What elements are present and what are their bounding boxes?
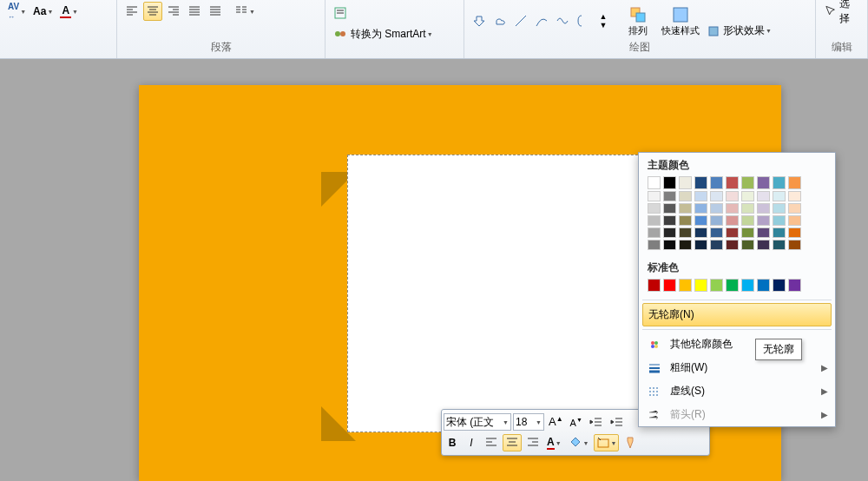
- mini-bold[interactable]: B: [444, 434, 461, 451]
- color-swatch[interactable]: [726, 215, 739, 226]
- color-swatch[interactable]: [648, 176, 661, 189]
- color-swatch[interactable]: [694, 227, 707, 238]
- color-swatch[interactable]: [710, 279, 723, 292]
- color-swatch[interactable]: [773, 240, 786, 250]
- color-swatch[interactable]: [741, 176, 754, 189]
- align-left-button[interactable]: [122, 2, 141, 21]
- justify-button[interactable]: [185, 2, 204, 21]
- mini-align-left[interactable]: [482, 434, 501, 451]
- distributed-button[interactable]: [206, 2, 225, 21]
- mini-align-center[interactable]: [503, 434, 522, 451]
- color-swatch[interactable]: [773, 191, 786, 201]
- color-swatch[interactable]: [663, 191, 676, 201]
- color-swatch[interactable]: [741, 240, 754, 250]
- shape-arrow-down-icon[interactable]: [470, 11, 489, 30]
- color-swatch[interactable]: [726, 279, 739, 292]
- align-right-button[interactable]: [164, 2, 183, 21]
- color-swatch[interactable]: [726, 191, 739, 201]
- color-swatch[interactable]: [648, 203, 661, 214]
- color-swatch[interactable]: [694, 191, 707, 201]
- color-swatch[interactable]: [726, 203, 739, 214]
- mini-align-right[interactable]: [523, 434, 542, 451]
- color-swatch[interactable]: [726, 240, 739, 250]
- color-swatch[interactable]: [741, 203, 754, 214]
- color-swatch[interactable]: [694, 240, 707, 250]
- color-swatch[interactable]: [741, 227, 754, 238]
- shape-effects-button[interactable]: 形状效果▼: [704, 22, 782, 41]
- font-color-button[interactable]: A▼: [57, 2, 81, 21]
- color-swatch[interactable]: [788, 279, 801, 292]
- color-swatch[interactable]: [710, 227, 723, 238]
- color-swatch[interactable]: [679, 176, 692, 189]
- mini-shrink-font[interactable]: A▼: [568, 413, 585, 431]
- color-swatch[interactable]: [788, 227, 801, 238]
- dashes-item[interactable]: 虚线(S)▶: [639, 379, 835, 403]
- color-swatch[interactable]: [726, 176, 739, 189]
- color-swatch[interactable]: [694, 215, 707, 226]
- quick-styles-button[interactable]: 快速样式: [659, 2, 702, 40]
- shape-fill-button[interactable]: [704, 2, 782, 21]
- color-swatch[interactable]: [741, 215, 754, 226]
- arrange-button[interactable]: 排列: [619, 2, 657, 40]
- color-swatch[interactable]: [648, 279, 661, 292]
- color-swatch[interactable]: [757, 203, 770, 214]
- color-swatch[interactable]: [726, 227, 739, 238]
- mini-shape-outline[interactable]: ▼: [594, 434, 620, 451]
- color-swatch[interactable]: [773, 227, 786, 238]
- weight-item[interactable]: 粗细(W)▶: [639, 356, 835, 379]
- color-swatch[interactable]: [679, 279, 692, 292]
- color-swatch[interactable]: [757, 215, 770, 226]
- shape-cloud-icon[interactable]: [490, 11, 510, 30]
- color-swatch[interactable]: [679, 203, 692, 214]
- color-swatch[interactable]: [679, 191, 692, 201]
- color-swatch[interactable]: [648, 215, 661, 226]
- color-swatch[interactable]: [710, 176, 723, 189]
- color-swatch[interactable]: [679, 227, 692, 238]
- shape-curve-icon[interactable]: [553, 11, 572, 30]
- more-outline-colors-item[interactable]: 其他轮廓颜色: [639, 333, 835, 356]
- shape-arc-icon[interactable]: [532, 11, 551, 30]
- mini-decrease-indent[interactable]: [587, 413, 606, 431]
- select-button[interactable]: 选择: [821, 2, 862, 21]
- mini-grow-font[interactable]: A▲: [546, 413, 566, 431]
- color-swatch[interactable]: [741, 191, 754, 201]
- color-swatch[interactable]: [648, 240, 661, 250]
- color-swatch[interactable]: [663, 227, 676, 238]
- shapes-gallery-more[interactable]: ▲▼: [595, 11, 612, 30]
- color-swatch[interactable]: [694, 279, 707, 292]
- color-swatch[interactable]: [694, 203, 707, 214]
- change-case-button[interactable]: Aa▼: [30, 2, 56, 21]
- shape-line-icon[interactable]: [511, 11, 530, 30]
- color-swatch[interactable]: [663, 279, 676, 292]
- color-swatch[interactable]: [663, 240, 676, 250]
- mini-increase-indent[interactable]: [608, 413, 627, 431]
- align-center-button[interactable]: [143, 2, 162, 21]
- color-swatch[interactable]: [757, 279, 770, 292]
- mini-font-color[interactable]: A▼: [544, 434, 564, 451]
- color-swatch[interactable]: [788, 176, 801, 189]
- no-outline-item[interactable]: 无轮廓(N): [642, 303, 832, 326]
- convert-smartart-button[interactable]: 转换为 SmartArt▼: [331, 24, 461, 43]
- color-swatch[interactable]: [710, 203, 723, 214]
- color-swatch[interactable]: [757, 191, 770, 201]
- color-swatch[interactable]: [773, 215, 786, 226]
- char-spacing-button[interactable]: AV↔▼: [5, 2, 29, 21]
- color-swatch[interactable]: [757, 176, 770, 189]
- color-swatch[interactable]: [773, 176, 786, 189]
- color-swatch[interactable]: [773, 203, 786, 214]
- color-swatch[interactable]: [679, 215, 692, 226]
- color-swatch[interactable]: [648, 191, 661, 201]
- color-swatch[interactable]: [773, 279, 786, 292]
- color-swatch[interactable]: [710, 240, 723, 250]
- columns-button[interactable]: ▼: [232, 2, 258, 21]
- color-swatch[interactable]: [788, 240, 801, 250]
- color-swatch[interactable]: [710, 215, 723, 226]
- color-swatch[interactable]: [648, 227, 661, 238]
- mini-italic[interactable]: I: [463, 434, 480, 451]
- mini-font-size[interactable]: 18▼: [513, 413, 544, 431]
- color-swatch[interactable]: [741, 279, 754, 292]
- color-swatch[interactable]: [788, 203, 801, 214]
- shape-bracket-icon[interactable]: [574, 11, 593, 30]
- color-swatch[interactable]: [694, 176, 707, 189]
- color-swatch[interactable]: [757, 240, 770, 250]
